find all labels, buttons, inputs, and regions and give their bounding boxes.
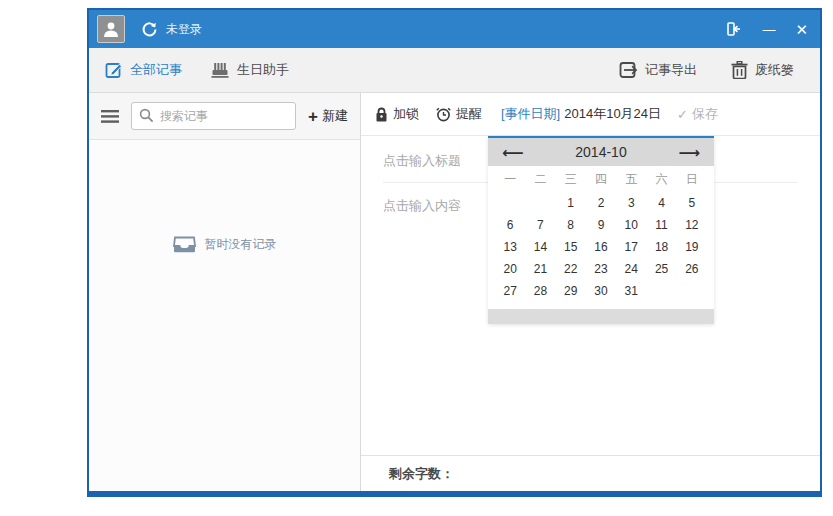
save-label: 保存 [692,105,718,123]
calendar-day[interactable]: 24 [616,258,646,280]
lock-label: 加锁 [393,105,419,123]
toolbar: 全部记事 生日助手 记事导出 [89,48,820,93]
remind-label: 提醒 [456,105,482,123]
export-notes-label: 记事导出 [645,61,697,79]
refresh-icon[interactable] [141,21,158,38]
save-button[interactable]: ✓ 保存 [677,105,718,123]
calendar-weekday: 一 [495,168,525,190]
calendar-day[interactable]: 4 [646,192,676,214]
calendar-footer-bar[interactable] [488,309,714,324]
calendar-weekdays: 一二三四五六日 [488,166,714,190]
minimize-button[interactable]: — [762,23,775,36]
calendar-weekday: 五 [616,168,646,190]
calendar-header: ⟵ 2014-10 ⟶ [488,138,714,166]
calendar-day[interactable]: 9 [586,214,616,236]
alarm-clock-icon [436,107,451,122]
titlebar: 未登录 — ✕ [89,10,820,48]
calendar-day[interactable]: 15 [556,236,586,258]
new-note-button[interactable]: + 新建 [308,107,348,125]
calendar-day[interactable]: 7 [525,214,555,236]
login-status[interactable]: 未登录 [166,21,202,38]
next-month-button[interactable]: ⟶ [678,145,700,160]
calendar-weekday: 四 [586,168,616,190]
editor-footer: 剩余字数： [361,455,820,491]
tab-birthday-helper[interactable]: 生日助手 [210,61,289,79]
sidebar: + 新建 暂时没有记录 [89,93,361,491]
search-box [131,102,296,130]
avatar[interactable] [97,15,125,43]
sidebar-topbar: + 新建 [89,93,360,140]
trash-icon [731,61,748,79]
calendar-day[interactable]: 19 [677,236,707,258]
calendar-day-empty [646,280,676,302]
calendar-day-empty [677,280,707,302]
calendar-day[interactable]: 31 [616,280,646,302]
calendar-day[interactable]: 26 [677,258,707,280]
inbox-icon [173,236,196,253]
calendar-day[interactable]: 21 [525,258,555,280]
calendar-day[interactable]: 16 [586,236,616,258]
calendar-weekday: 二 [525,168,555,190]
birthday-cake-icon [210,61,230,79]
menu-icon[interactable] [101,110,119,123]
tab-all-notes-label: 全部记事 [130,61,182,79]
calendar-day-empty [495,192,525,214]
editor-header: 加锁 提醒 [事件日期] 2014年10月24日 ✓ [361,93,820,136]
char-count-label: 剩余字数： [389,465,454,483]
search-icon [139,108,154,123]
calendar-day[interactable]: 12 [677,214,707,236]
calendar-weekday: 日 [677,168,707,190]
calendar-day[interactable]: 5 [677,192,707,214]
calendar-day[interactable]: 25 [646,258,676,280]
calendar-day[interactable]: 11 [646,214,676,236]
app-window: 未登录 — ✕ 全部记事 [87,8,822,497]
lock-icon [375,107,388,122]
calendar-day[interactable]: 1 [556,192,586,214]
close-button[interactable]: ✕ [795,22,808,37]
calendar-day[interactable]: 22 [556,258,586,280]
calendar-day[interactable]: 10 [616,214,646,236]
search-input[interactable] [131,102,296,130]
calendar-day[interactable]: 14 [525,236,555,258]
tab-birthday-helper-label: 生日助手 [237,61,289,79]
tab-all-notes[interactable]: 全部记事 [105,61,182,79]
new-note-label: 新建 [322,107,348,125]
calendar-month: 2014-10 [575,144,626,160]
calendar-day[interactable]: 27 [495,280,525,302]
calendar-day[interactable]: 18 [646,236,676,258]
logout-icon[interactable] [727,22,742,36]
calendar-day[interactable]: 2 [586,192,616,214]
edit-note-icon [105,61,123,79]
event-date-label[interactable]: [事件日期] [501,105,560,123]
empty-state-label: 暂时没有记录 [205,236,277,253]
trash-label: 废纸篓 [755,61,794,79]
calendar-weekday: 三 [556,168,586,190]
export-notes-button[interactable]: 记事导出 [619,61,697,79]
calendar-day[interactable]: 8 [556,214,586,236]
calendar-day[interactable]: 23 [586,258,616,280]
calendar-day[interactable]: 3 [616,192,646,214]
calendar-weekday: 六 [646,168,676,190]
date-picker-popup: ⟵ 2014-10 ⟶ 一二三四五六日 12345678910111213141… [488,136,714,324]
trash-button[interactable]: 废纸篓 [731,61,794,79]
empty-state: 暂时没有记录 [89,236,360,253]
user-icon [102,20,120,38]
event-date-value[interactable]: 2014年10月24日 [564,105,661,123]
calendar-day[interactable]: 30 [586,280,616,302]
calendar-day[interactable]: 6 [495,214,525,236]
prev-month-button[interactable]: ⟵ [502,145,524,160]
calendar-day[interactable]: 29 [556,280,586,302]
calendar-day[interactable]: 20 [495,258,525,280]
export-icon [619,61,638,79]
lock-button[interactable]: 加锁 [375,105,419,123]
calendar-day[interactable]: 13 [495,236,525,258]
plus-icon: + [308,108,318,125]
calendar-day[interactable]: 28 [525,280,555,302]
calendar-day[interactable]: 17 [616,236,646,258]
note-list: 暂时没有记录 [89,140,360,491]
check-icon: ✓ [677,107,688,122]
remind-button[interactable]: 提醒 [436,105,482,123]
calendar-day-empty [525,192,555,214]
calendar-days: 1234567891011121314151617181920212223242… [488,190,714,302]
